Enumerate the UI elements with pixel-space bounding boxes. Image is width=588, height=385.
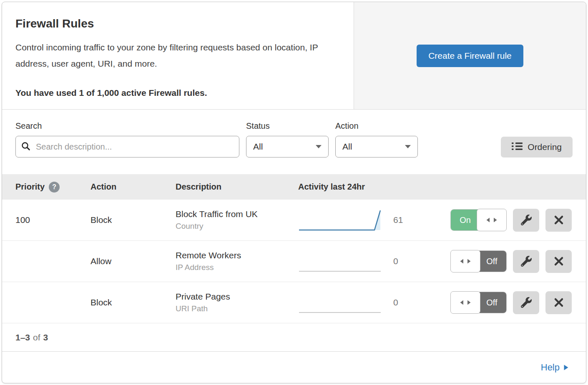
rule-type: IP Address [176,263,298,272]
search-wrap [15,136,239,158]
column-description: Description [176,182,298,192]
toggle-handle[interactable] [450,250,480,272]
search-input[interactable] [15,136,239,158]
status-label: Status [246,121,329,131]
action-select[interactable]: All [335,136,418,158]
close-icon [554,256,564,266]
row-controls: Off [450,291,573,314]
list-icon [512,142,523,153]
edit-rule-button[interactable] [513,250,539,273]
wrench-icon [521,215,532,225]
row-action: Allow [90,256,176,266]
ordering-button-label: Ordering [528,142,562,152]
rule-enabled-toggle[interactable]: Off [450,250,507,272]
usage-summary: You have used 1 of 1,000 active Firewall… [15,88,340,98]
delete-rule-button[interactable] [545,250,572,273]
help-link[interactable]: Help [541,362,568,373]
left-right-arrows-icon [460,258,471,264]
edit-rule-button[interactable] [513,291,539,314]
row-description: Remote Workers IP Address [176,250,298,272]
create-firewall-rule-button[interactable]: Create a Firewall rule [417,45,523,67]
wrench-icon [521,297,532,308]
rule-name: Remote Workers [176,250,298,260]
activity-sparkline [298,249,382,273]
status-select-value: All [253,142,263,152]
chevron-right-icon [564,365,568,370]
toggle-state-label: Off [477,251,506,272]
page-total: 3 [43,332,48,342]
activity-count: 61 [393,215,403,225]
activity-cell: 0 [298,290,450,315]
rule-enabled-toggle[interactable]: On [450,209,507,231]
edit-rule-button[interactable] [513,209,539,232]
activity-sparkline [298,208,382,232]
activity-cell: 61 [298,208,450,232]
delete-rule-button[interactable] [545,209,572,232]
pagination-summary: 1–3 of 3 [2,323,586,351]
table-row: Allow Remote Workers IP Address 0 Off [2,241,586,282]
row-description: Private Pages URI Path [176,292,298,313]
activity-sparkline [298,290,382,315]
firewall-rules-card: Firewall Rules Control incoming traffic … [2,2,586,383]
left-right-arrows-icon [460,300,471,305]
wrench-icon [521,256,532,267]
action-filter-group: Action All [335,121,418,158]
delete-rule-button[interactable] [545,291,572,314]
table-header: Priority ? Action Description Activity l… [2,174,586,200]
rule-type: Country [176,222,298,231]
help-bar: Help [2,351,586,383]
search-icon [21,142,30,152]
status-select[interactable]: All [246,136,329,158]
column-priority: Priority ? [15,182,90,192]
header: Firewall Rules Control incoming traffic … [2,2,586,110]
column-action: Action [90,182,176,192]
chevron-down-icon [405,145,411,148]
table-row: Block Private Pages URI Path 0 Off [2,282,586,323]
search-label: Search [15,121,239,131]
row-description: Block Traffic from UK Country [176,209,298,231]
rule-type: URI Path [176,304,298,313]
rule-name: Private Pages [176,292,298,302]
close-icon [554,298,564,308]
row-action: Block [90,298,176,308]
toggle-handle[interactable] [477,209,507,231]
priority-help-icon[interactable]: ? [49,182,60,192]
close-icon [554,215,564,225]
rule-enabled-toggle[interactable]: Off [450,292,507,313]
column-activity: Activity last 24hr [298,182,573,192]
header-action-panel: Create a Firewall rule [354,2,586,109]
row-priority: 100 [15,215,90,225]
filter-bar: Search Status All Action All [2,110,586,174]
page-range: 1–3 [15,332,30,342]
toggle-state-label: Off [477,292,506,313]
rule-name: Block Traffic from UK [176,209,298,219]
help-link-label: Help [541,362,560,373]
status-filter-group: Status All [246,121,329,158]
priority-header-label: Priority [15,182,45,192]
search-group: Search [15,121,239,158]
activity-count: 0 [393,298,398,308]
row-action: Block [90,215,176,225]
header-text-block: Firewall Rules Control incoming traffic … [2,2,354,109]
page-of-label: of [33,332,40,342]
page-title: Firewall Rules [15,17,340,30]
activity-cell: 0 [298,249,450,273]
page-description: Control incoming traffic to your zone by… [15,40,339,72]
row-controls: Off [450,250,573,273]
chevron-down-icon [316,145,322,148]
action-label: Action [335,121,418,131]
left-right-arrows-icon [486,217,498,223]
toggle-handle[interactable] [450,291,480,314]
activity-count: 0 [393,256,398,266]
action-select-value: All [342,142,352,152]
row-controls: On [450,209,573,232]
table-row: 100 Block Block Traffic from UK Country … [2,200,586,241]
ordering-button[interactable]: Ordering [501,137,573,158]
toggle-state-label: On [451,210,480,230]
